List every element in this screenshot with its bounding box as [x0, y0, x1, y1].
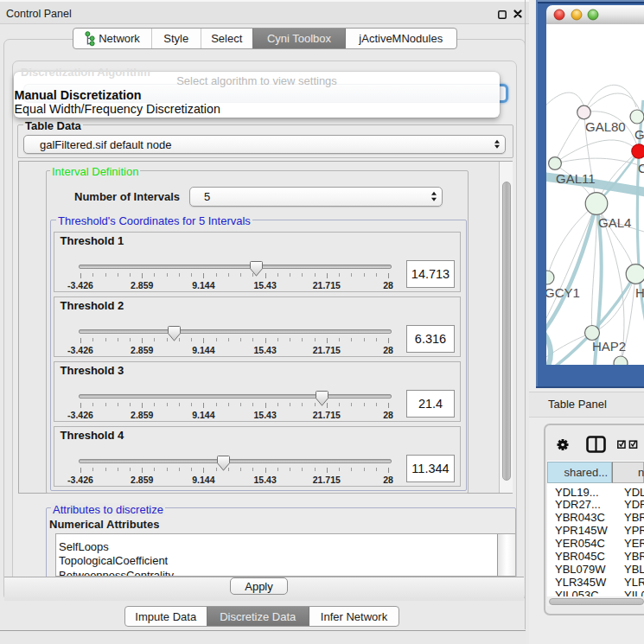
svg-text:GAL11: GAL11: [556, 171, 596, 186]
svg-text:C: C: [638, 161, 644, 175]
svg-text:GAL80: GAL80: [585, 119, 626, 134]
svg-text:HAP2: HAP2: [592, 339, 626, 354]
svg-text:H: H: [635, 285, 644, 300]
svg-text:GAL4: GAL4: [598, 215, 631, 230]
svg-text:GCY1: GCY1: [546, 285, 580, 300]
svg-text:GA: GA: [634, 127, 644, 142]
